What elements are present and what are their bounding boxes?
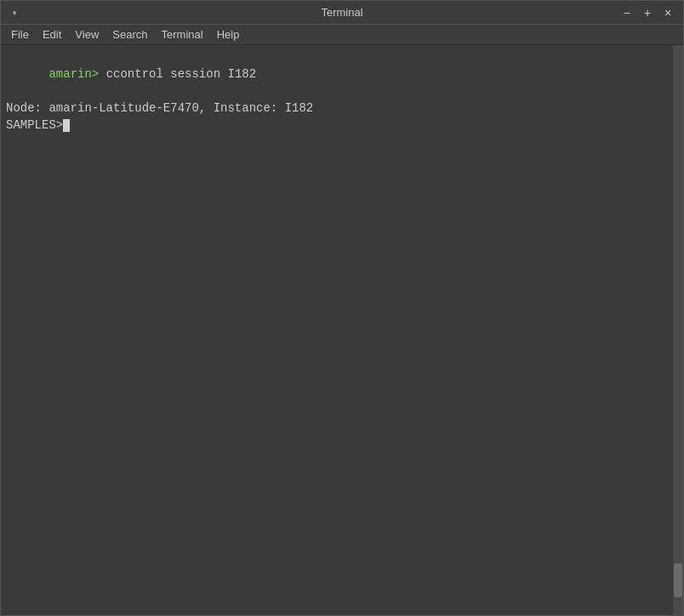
menu-view[interactable]: View [68, 26, 105, 43]
title-bar: ▾ Terminal − + × [1, 1, 683, 25]
terminal-line-3: SAMPLES> [6, 117, 678, 134]
scrollbar-thumb[interactable] [674, 563, 682, 597]
menu-search[interactable]: Search [105, 26, 154, 43]
terminal-cursor [63, 119, 70, 132]
window-controls: − + × [618, 4, 676, 21]
menu-file[interactable]: File [4, 26, 36, 43]
terminal-user: amarin [48, 67, 91, 81]
terminal-icon: ▾ [8, 6, 21, 20]
window-title: Terminal [321, 6, 362, 19]
terminal-prompt-char: > [92, 67, 99, 81]
menu-bar: File Edit View Search Terminal Help [1, 25, 683, 45]
terminal-prompt: SAMPLES> [6, 117, 63, 134]
terminal-area[interactable]: amarin> ccontrol session I182 Node: amar… [1, 45, 683, 615]
maximize-button[interactable]: + [639, 4, 656, 21]
terminal-line-1: amarin> ccontrol session I182 [6, 48, 678, 100]
menu-edit[interactable]: Edit [36, 26, 68, 43]
terminal-command: ccontrol session I182 [99, 67, 256, 81]
menu-help[interactable]: Help [210, 26, 247, 43]
scrollbar[interactable] [673, 45, 683, 615]
minimize-button[interactable]: − [618, 4, 636, 21]
close-button[interactable]: × [659, 4, 676, 21]
menu-terminal[interactable]: Terminal [155, 26, 210, 43]
title-bar-left: ▾ [8, 6, 26, 20]
terminal-line-2: Node: amarin-Latitude-E7470, Instance: I… [6, 100, 678, 117]
terminal-window: ▾ Terminal − + × File Edit View Search T… [0, 0, 684, 616]
